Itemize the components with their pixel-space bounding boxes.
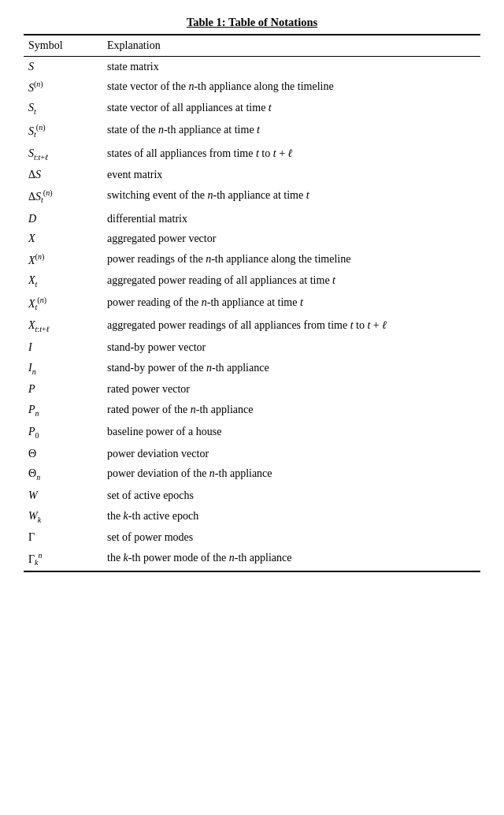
symbol-cell: Θ [24, 444, 102, 464]
symbol-cell: S [24, 56, 102, 76]
table-row: Instand-by power of the n-th appliance [24, 358, 480, 380]
table-row: Xtaggregated power reading of all applia… [24, 270, 480, 292]
table-row: ΔSt(n)switching event of the n-th applia… [24, 185, 480, 208]
explanation-cell: state vector of the n-th appliance along… [102, 76, 480, 98]
explanation-cell: states of all appliances from time t to … [102, 143, 480, 166]
table-row: Pnrated power of the n-th appliance [24, 400, 480, 422]
table-container: Table 1: Table of Notations Symbol Expla… [24, 16, 480, 572]
explanation-cell: power reading of the n-th appliance at t… [102, 292, 480, 315]
table-row: P0baseline power of a house [24, 422, 480, 444]
explanation-cell: baseline power of a house [102, 422, 480, 444]
symbol-cell: S(n) [24, 76, 102, 98]
symbol-cell: Γ [24, 527, 102, 548]
explanation-cell: state vector of all appliances at time t [102, 98, 480, 120]
symbol-cell: Xt:t+ℓ [24, 315, 102, 337]
explanation-cell: differential matrix [102, 209, 480, 229]
explanation-cell: aggregated power vector [102, 229, 480, 249]
symbol-cell: ΔS [24, 165, 102, 185]
symbol-cell: In [24, 358, 102, 380]
table-row: Θpower deviation vector [24, 444, 480, 464]
symbol-cell: St:t+ℓ [24, 143, 102, 166]
symbol-cell: Θn [24, 463, 102, 486]
symbol-cell: W [24, 486, 102, 506]
header-symbol: Symbol [24, 35, 102, 56]
table-row: Ststate vector of all appliances at time… [24, 98, 480, 120]
explanation-cell: the k-th active epoch [102, 506, 480, 528]
explanation-cell: power deviation vector [102, 444, 480, 464]
explanation-cell: event matrix [102, 165, 480, 185]
explanation-cell: power deviation of the n-th appliance [102, 463, 480, 486]
symbol-cell: P [24, 379, 102, 400]
table-row: ΔSevent matrix [24, 165, 480, 185]
explanation-cell: state matrix [102, 56, 480, 76]
symbol-cell: Xt(n) [24, 292, 102, 315]
explanation-cell: stand-by power of the n-th appliance [102, 358, 480, 380]
table-title: Table 1: Table of Notations [24, 16, 480, 29]
explanation-cell: rated power of the n-th appliance [102, 400, 480, 422]
explanation-cell: stand-by power vector [102, 337, 480, 358]
table-row: Xt:t+ℓaggregated power readings of all a… [24, 315, 480, 337]
symbol-cell: ΔSt(n) [24, 185, 102, 208]
symbol-cell: I [24, 337, 102, 358]
symbol-cell: St [24, 98, 102, 120]
explanation-cell: state of the n-th appliance at time t [102, 120, 480, 143]
table-row: Xaggregated power vector [24, 229, 480, 249]
symbol-cell: P0 [24, 422, 102, 444]
table-row: St:t+ℓstates of all appliances from time… [24, 143, 480, 166]
table-row: S(n)state vector of the n-th appliance a… [24, 76, 480, 98]
table-row: Wkthe k-th active epoch [24, 506, 480, 528]
symbol-cell: X(n) [24, 249, 102, 270]
symbol-cell: Pn [24, 400, 102, 422]
table-row: Ddifferential matrix [24, 209, 480, 229]
explanation-cell: aggregated power reading of all applianc… [102, 270, 480, 292]
explanation-cell: power readings of the n-th appliance alo… [102, 249, 480, 270]
header-explanation: Explanation [102, 35, 480, 56]
notations-table: Symbol Explanation Sstate matrixS(n)stat… [24, 34, 480, 572]
explanation-cell: set of active epochs [102, 486, 480, 506]
explanation-cell: rated power vector [102, 379, 480, 400]
explanation-cell: switching event of the n-th appliance at… [102, 185, 480, 208]
table-row: Γknthe k-th power mode of the n-th appli… [24, 548, 480, 571]
symbol-cell: St(n) [24, 120, 102, 143]
explanation-cell: the k-th power mode of the n-th applianc… [102, 548, 480, 571]
table-row: X(n)power readings of the n-th appliance… [24, 249, 480, 270]
table-row: Θnpower deviation of the n-th appliance [24, 463, 480, 486]
explanation-cell: set of power modes [102, 527, 480, 548]
table-row: Prated power vector [24, 379, 480, 400]
table-row: Wset of active epochs [24, 486, 480, 506]
table-row: Sstate matrix [24, 56, 480, 76]
symbol-cell: Wk [24, 506, 102, 528]
explanation-cell: aggregated power readings of all applian… [102, 315, 480, 337]
symbol-cell: X [24, 229, 102, 249]
table-row: Xt(n)power reading of the n-th appliance… [24, 292, 480, 315]
symbol-cell: Γkn [24, 548, 102, 571]
symbol-cell: D [24, 209, 102, 229]
table-row: Γset of power modes [24, 527, 480, 548]
symbol-cell: Xt [24, 270, 102, 292]
table-header-row: Symbol Explanation [24, 35, 480, 56]
table-row: St(n)state of the n-th appliance at time… [24, 120, 480, 143]
table-row: Istand-by power vector [24, 337, 480, 358]
